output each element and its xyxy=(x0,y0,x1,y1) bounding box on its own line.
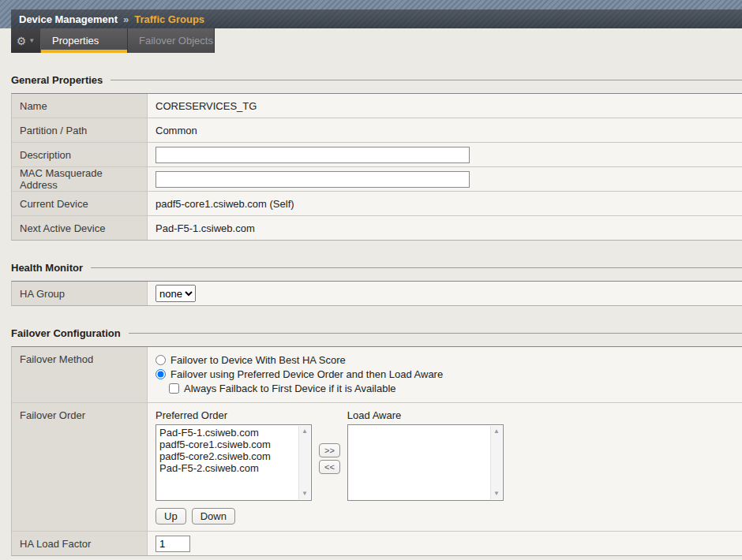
breadcrumb-separator-icon: » xyxy=(123,13,129,25)
scroll-down-icon[interactable]: ▼ xyxy=(302,491,308,497)
move-right-button[interactable]: >> xyxy=(319,443,340,457)
section-rule xyxy=(91,267,742,268)
section-title-text: Failover Configuration xyxy=(11,327,121,339)
failover-best-ha-label: Failover to Device With Best HA Score xyxy=(171,354,346,366)
name-label: Name xyxy=(12,94,148,118)
tab-properties-label: Properties xyxy=(52,35,99,47)
down-button[interactable]: Down xyxy=(192,508,235,525)
table-row-partition: Partition / Path Common xyxy=(12,118,742,143)
tab-properties[interactable]: Properties xyxy=(41,28,128,53)
table-row-name: Name CORESERVICES_TG xyxy=(12,94,742,118)
breadcrumb-device-management[interactable]: Device Management xyxy=(19,13,118,25)
description-input[interactable] xyxy=(156,147,470,163)
listbox-item[interactable]: Pad-F5-2.csiweb.com xyxy=(159,462,295,474)
table-row-description: Description xyxy=(12,143,742,167)
ha-load-factor-label: HA Load Factor xyxy=(12,532,148,555)
table-row-ha-load-factor: HA Load Factor xyxy=(12,532,742,555)
next-active-label: Next Active Device xyxy=(12,216,148,240)
listbox-scrollbar[interactable]: ▲ ▼ xyxy=(490,426,502,499)
tab-bar: ⚙ ▼ Properties Failover Objects xyxy=(11,28,215,53)
load-aware-label: Load Aware xyxy=(347,409,504,421)
breadcrumb: Device Management » Traffic Groups xyxy=(11,9,742,28)
listbox-item[interactable]: padf5-core2.csiweb.com xyxy=(159,450,295,462)
section-title-general-properties: General Properties xyxy=(11,74,742,86)
section-title-text: General Properties xyxy=(11,74,103,86)
ha-group-label: HA Group xyxy=(12,282,148,305)
failover-method-label: Failover Method xyxy=(12,347,148,402)
health-monitor-table: HA Group none xyxy=(11,281,742,306)
current-device-value: padf5-core1.csiweb.com (Self) xyxy=(148,192,742,215)
description-label: Description xyxy=(12,143,148,166)
table-row-failover-method: Failover Method Failover to Device With … xyxy=(12,347,742,403)
failover-preferred-order-radio[interactable] xyxy=(156,369,166,379)
tab-failover-objects[interactable]: Failover Objects xyxy=(128,28,215,53)
move-left-button[interactable]: << xyxy=(319,460,340,474)
failback-checkbox[interactable] xyxy=(169,383,179,394)
section-title-text: Health Monitor xyxy=(11,262,83,274)
ha-group-select[interactable]: none xyxy=(156,285,196,302)
scroll-down-icon[interactable]: ▼ xyxy=(493,491,500,497)
table-row-current-device: Current Device padf5-core1.csiweb.com (S… xyxy=(12,192,742,216)
scroll-up-icon[interactable]: ▲ xyxy=(493,428,500,435)
main-content: General Properties Name CORESERVICES_TG … xyxy=(0,53,742,560)
gear-menu-button[interactable]: ⚙ ▼ xyxy=(11,28,41,53)
section-rule xyxy=(129,333,742,334)
up-button[interactable]: Up xyxy=(156,508,186,525)
preferred-order-listbox[interactable]: Pad-F5-1.csiweb.com padf5-core1.csiweb.c… xyxy=(156,424,312,501)
table-row-next-active: Next Active Device Pad-F5-1.csiweb.com xyxy=(12,216,742,240)
tab-failover-objects-label: Failover Objects xyxy=(139,35,213,47)
section-title-health-monitor: Health Monitor xyxy=(11,262,742,274)
scroll-up-icon[interactable]: ▲ xyxy=(302,428,308,435)
failback-label: Always Failback to First Device if it is… xyxy=(184,383,396,394)
section-rule xyxy=(111,80,742,80)
name-value: CORESERVICES_TG xyxy=(148,94,742,118)
mac-label: MAC Masquerade Address xyxy=(12,167,148,191)
failover-best-ha-radio[interactable] xyxy=(156,355,166,365)
mac-masquerade-input[interactable] xyxy=(156,171,470,188)
listbox-scrollbar[interactable]: ▲ ▼ xyxy=(298,426,310,499)
failover-preferred-order-label: Failover using Preferred Device Order an… xyxy=(171,368,443,380)
breadcrumb-traffic-groups[interactable]: Traffic Groups xyxy=(134,13,204,25)
table-row-ha-group: HA Group none xyxy=(12,282,742,305)
current-device-label: Current Device xyxy=(12,192,148,215)
table-row-mac: MAC Masquerade Address xyxy=(12,167,742,192)
listbox-item[interactable]: padf5-core1.csiweb.com xyxy=(159,439,295,450)
preferred-order-label: Preferred Order xyxy=(156,409,312,421)
failover-order-label: Failover Order xyxy=(12,403,148,531)
listbox-item[interactable]: Pad-F5-1.csiweb.com xyxy=(159,427,295,439)
ha-load-factor-input[interactable] xyxy=(156,536,190,552)
table-row-failover-order: Failover Order Preferred Order Pad-F5-1.… xyxy=(12,403,742,532)
load-aware-listbox[interactable]: ▲ ▼ xyxy=(347,424,504,501)
next-active-value: Pad-F5-1.csiweb.com xyxy=(148,216,742,240)
chevron-down-icon: ▼ xyxy=(28,38,35,44)
gear-icon: ⚙ xyxy=(17,35,27,47)
section-title-failover-configuration: Failover Configuration xyxy=(11,327,742,339)
partition-value: Common xyxy=(148,118,742,142)
partition-label: Partition / Path xyxy=(12,118,148,142)
general-properties-table: Name CORESERVICES_TG Partition / Path Co… xyxy=(11,93,742,241)
failover-configuration-table: Failover Method Failover to Device With … xyxy=(11,346,742,556)
